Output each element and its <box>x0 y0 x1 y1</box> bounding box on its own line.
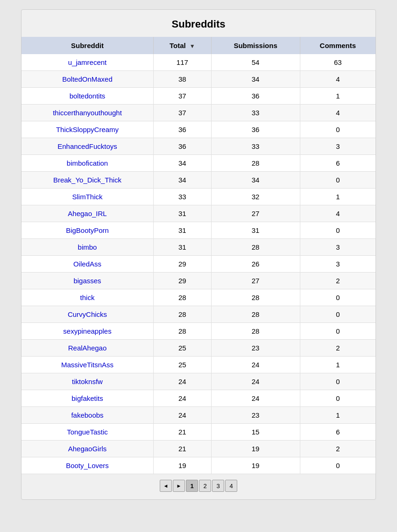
subreddit-link[interactable]: SlimThick <box>72 193 103 201</box>
cell-comments: 0 <box>300 457 376 474</box>
cell-comments: 0 <box>300 222 376 239</box>
cell-comments: 0 <box>300 390 376 407</box>
pagination-page-3[interactable]: 3 <box>212 480 224 492</box>
subreddit-link[interactable]: ThickSloppyCreamy <box>56 126 119 133</box>
table-row: OiledAss29263 <box>21 256 376 273</box>
cell-submissions: 36 <box>211 88 300 105</box>
cell-subreddit: ThickSloppyCreamy <box>21 121 154 138</box>
subreddit-link[interactable]: BigBootyPorn <box>66 226 109 234</box>
table-row: BoltedOnMaxed38344 <box>21 71 376 88</box>
cell-submissions: 19 <box>211 441 300 457</box>
subreddit-link[interactable]: EnhancedFucktoys <box>57 142 117 150</box>
cell-subreddit: OiledAss <box>21 256 154 273</box>
subreddit-link[interactable]: sexypineapples <box>63 327 111 335</box>
table-row: ThickSloppyCreamy36360 <box>21 121 376 138</box>
table-row: RealAhegao25232 <box>21 340 376 357</box>
cell-comments: 3 <box>300 256 376 273</box>
cell-subreddit: Break_Yo_Dick_Thick <box>21 172 154 189</box>
pagination-page-2[interactable]: 2 <box>199 480 211 492</box>
cell-subreddit: sexypineapples <box>21 323 154 340</box>
table-row: Break_Yo_Dick_Thick34340 <box>21 172 376 189</box>
subreddit-link[interactable]: Booty_Lovers <box>66 462 109 469</box>
subreddit-link[interactable]: bimbo <box>78 243 97 251</box>
table-row: u_jamrecent1175463 <box>21 54 376 71</box>
cell-comments: 4 <box>300 71 376 88</box>
cell-subreddit: MassiveTitsnAss <box>21 357 154 373</box>
table-row: CurvyChicks28280 <box>21 306 376 323</box>
cell-submissions: 28 <box>211 289 300 306</box>
pagination-prev-button[interactable]: ◄ <box>160 480 172 492</box>
pagination: ◄ ► 1 2 3 4 <box>21 474 376 495</box>
cell-total: 31 <box>154 205 212 222</box>
cell-comments: 2 <box>300 441 376 457</box>
subreddit-link[interactable]: AhegaoGirls <box>68 445 107 453</box>
cell-subreddit: boltedontits <box>21 88 154 105</box>
cell-submissions: 27 <box>211 273 300 289</box>
subreddit-link[interactable]: bigasses <box>73 277 101 285</box>
cell-subreddit: thick <box>21 289 154 306</box>
cell-subreddit: Ahegao_IRL <box>21 205 154 222</box>
table-row: AhegaoGirls21192 <box>21 441 376 457</box>
cell-subreddit: BigBootyPorn <box>21 222 154 239</box>
subreddit-link[interactable]: BoltedOnMaxed <box>62 75 113 83</box>
table-row: thiccerthanyouthought37334 <box>21 105 376 121</box>
cell-submissions: 28 <box>211 239 300 256</box>
subreddit-link[interactable]: thick <box>80 294 95 301</box>
subreddit-link[interactable]: TongueTastic <box>67 428 108 436</box>
sort-arrow-icon: ▼ <box>190 43 195 49</box>
table-row: sexypineapples28280 <box>21 323 376 340</box>
cell-total: 29 <box>154 256 212 273</box>
cell-subreddit: CurvyChicks <box>21 306 154 323</box>
cell-submissions: 33 <box>211 138 300 155</box>
cell-submissions: 19 <box>211 457 300 474</box>
cell-submissions: 27 <box>211 205 300 222</box>
table-row: thick28280 <box>21 289 376 306</box>
cell-total: 34 <box>154 172 212 189</box>
subreddit-link[interactable]: Ahegao_IRL <box>68 210 106 217</box>
subreddit-link[interactable]: u_jamrecent <box>68 58 107 66</box>
table-row: BigBootyPorn31310 <box>21 222 376 239</box>
subreddit-link[interactable]: thiccerthanyouthought <box>53 109 122 117</box>
cell-total: 31 <box>154 222 212 239</box>
table-row: bigfaketits24240 <box>21 390 376 407</box>
cell-comments: 6 <box>300 155 376 172</box>
cell-comments: 1 <box>300 88 376 105</box>
pagination-page-4[interactable]: 4 <box>225 480 237 492</box>
cell-total: 34 <box>154 155 212 172</box>
cell-total: 36 <box>154 121 212 138</box>
cell-total: 19 <box>154 457 212 474</box>
subreddit-link[interactable]: fakeboobs <box>71 411 103 419</box>
subreddit-link[interactable]: MassiveTitsnAss <box>61 361 113 369</box>
table-row: Booty_Lovers19190 <box>21 457 376 474</box>
subreddit-link[interactable]: CurvyChicks <box>68 310 107 318</box>
cell-comments: 2 <box>300 273 376 289</box>
table-row: bimbofication34286 <box>21 155 376 172</box>
table-row: bimbo31283 <box>21 239 376 256</box>
subreddit-link[interactable]: boltedontits <box>70 92 106 100</box>
pagination-page-1[interactable]: 1 <box>186 480 198 492</box>
subreddit-link[interactable]: bigfaketits <box>71 394 103 402</box>
subreddit-link[interactable]: RealAhegao <box>68 344 107 352</box>
cell-subreddit: bigfaketits <box>21 390 154 407</box>
col-header-total[interactable]: Total ▼ <box>154 37 212 54</box>
cell-submissions: 31 <box>211 222 300 239</box>
subreddit-link[interactable]: Break_Yo_Dick_Thick <box>53 176 121 184</box>
table-row: bigasses29272 <box>21 273 376 289</box>
subreddit-link[interactable]: bimbofication <box>67 159 108 167</box>
cell-comments: 63 <box>300 54 376 71</box>
pagination-next-button[interactable]: ► <box>173 480 185 492</box>
subreddit-link[interactable]: OiledAss <box>73 260 101 268</box>
cell-total: 33 <box>154 189 212 205</box>
cell-subreddit: AhegaoGirls <box>21 441 154 457</box>
cell-submissions: 24 <box>211 373 300 390</box>
cell-submissions: 24 <box>211 357 300 373</box>
subreddits-table: Subreddit Total ▼ Submissions Comments u… <box>21 37 376 474</box>
cell-subreddit: bigasses <box>21 273 154 289</box>
cell-subreddit: TongueTastic <box>21 424 154 441</box>
subreddit-link[interactable]: tiktoknsfw <box>72 378 103 385</box>
cell-subreddit: bimbofication <box>21 155 154 172</box>
cell-total: 24 <box>154 407 212 424</box>
cell-total: 25 <box>154 357 212 373</box>
cell-total: 21 <box>154 424 212 441</box>
cell-total: 117 <box>154 54 212 71</box>
